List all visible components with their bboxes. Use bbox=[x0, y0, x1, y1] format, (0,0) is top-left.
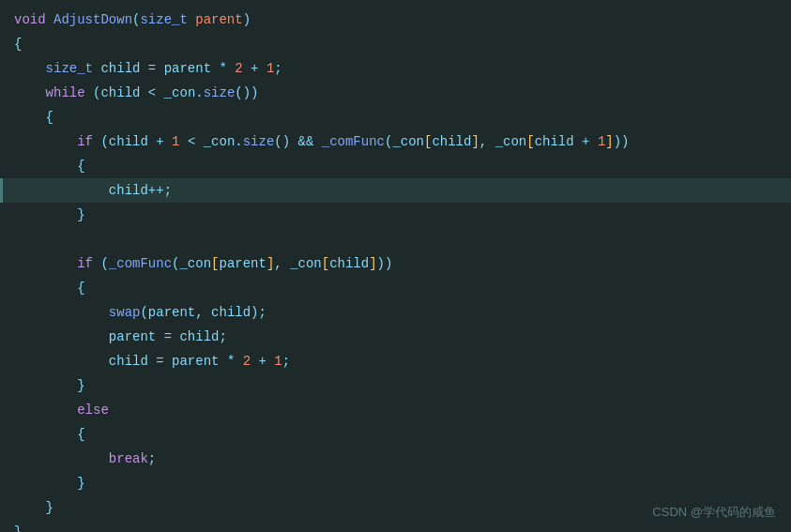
token: 1 bbox=[274, 354, 281, 369]
token bbox=[14, 403, 77, 418]
token: parent bbox=[195, 12, 242, 27]
token: = bbox=[156, 354, 172, 369]
token bbox=[14, 159, 77, 174]
token: { bbox=[46, 110, 53, 125]
code-line-20: } bbox=[0, 471, 791, 495]
token: . bbox=[195, 85, 203, 100]
token bbox=[14, 256, 77, 271]
token bbox=[14, 61, 46, 76]
token: child bbox=[100, 61, 147, 76]
code-line-11: if (_comFunc(_con[parent], _con[child])) bbox=[0, 251, 791, 276]
token: 2 bbox=[235, 61, 251, 76]
code-line-17: else bbox=[0, 398, 791, 422]
code-line-8: child++; bbox=[0, 178, 791, 203]
token: . bbox=[235, 134, 242, 149]
token: while bbox=[46, 85, 93, 100]
token: [ bbox=[526, 134, 534, 149]
code-line-18: { bbox=[0, 422, 791, 447]
token: ( bbox=[140, 305, 147, 320]
token bbox=[14, 329, 109, 344]
token bbox=[14, 281, 77, 296]
token: { bbox=[77, 159, 84, 174]
token: parent bbox=[148, 305, 195, 320]
token: _con bbox=[392, 134, 424, 149]
token: child bbox=[211, 305, 251, 320]
token: } bbox=[77, 476, 84, 491]
code-line-13: swap(parent, child); bbox=[0, 300, 791, 325]
token: size_t bbox=[46, 61, 101, 76]
token: size_t bbox=[140, 12, 195, 27]
token: } bbox=[46, 500, 53, 515]
code-line-22: } bbox=[0, 520, 791, 532]
token: ( bbox=[132, 12, 140, 27]
token bbox=[14, 305, 109, 320]
token: _con bbox=[164, 85, 196, 100]
token: _con bbox=[495, 134, 527, 149]
token: else bbox=[77, 403, 109, 418]
token: , bbox=[274, 256, 290, 271]
code-line-9: } bbox=[0, 203, 791, 227]
token: ; bbox=[219, 329, 226, 344]
code-line-10 bbox=[0, 227, 791, 251]
code-line-3: size_t child = parent * 2 + 1; bbox=[0, 56, 791, 81]
token bbox=[14, 500, 46, 515]
token: child bbox=[535, 134, 582, 149]
token: ; bbox=[274, 61, 281, 76]
token bbox=[14, 354, 109, 369]
token: void bbox=[14, 12, 53, 27]
token: parent bbox=[109, 329, 164, 344]
code-line-1: void AdjustDown(size_t parent) bbox=[0, 8, 791, 32]
code-line-15: child = parent * 2 + 1; bbox=[0, 349, 791, 373]
token: child bbox=[329, 256, 369, 271]
token: 1 bbox=[172, 134, 188, 149]
code-line-7: { bbox=[0, 154, 791, 178]
token: size bbox=[204, 85, 236, 100]
token: _con bbox=[290, 256, 322, 271]
token bbox=[14, 476, 77, 491]
token: 1 bbox=[598, 134, 605, 149]
token: 1 bbox=[266, 61, 274, 76]
code-line-19: break; bbox=[0, 447, 791, 471]
token: 2 bbox=[243, 354, 259, 369]
token: = bbox=[148, 61, 164, 76]
token: ( bbox=[100, 256, 108, 271]
token: [ bbox=[424, 134, 432, 149]
token: () bbox=[274, 134, 297, 149]
token: ()) bbox=[235, 85, 258, 100]
token: < bbox=[188, 134, 204, 149]
token: ); bbox=[251, 305, 266, 320]
token: child bbox=[100, 85, 147, 100]
token bbox=[14, 207, 77, 222]
code-line-2: { bbox=[0, 32, 791, 56]
token: ( bbox=[100, 134, 108, 149]
token: ( bbox=[93, 85, 100, 100]
token: _comFunc bbox=[109, 256, 172, 271]
token: } bbox=[14, 524, 22, 532]
token: ] bbox=[471, 134, 479, 149]
token bbox=[14, 451, 109, 466]
code-container: void AdjustDown(size_t parent) { size_t … bbox=[0, 0, 791, 532]
token: parent bbox=[172, 354, 227, 369]
token bbox=[14, 134, 77, 149]
token: break bbox=[109, 451, 148, 466]
token: child bbox=[432, 134, 471, 149]
token: , bbox=[479, 134, 495, 149]
token: { bbox=[77, 427, 84, 442]
token: { bbox=[14, 37, 22, 52]
token: _con bbox=[179, 256, 211, 271]
token: < bbox=[148, 85, 164, 100]
token: ; bbox=[164, 183, 172, 198]
token: , bbox=[195, 305, 211, 320]
token: if bbox=[77, 256, 100, 271]
token: ] bbox=[266, 256, 274, 271]
token: child bbox=[179, 329, 219, 344]
token: ) bbox=[243, 12, 251, 27]
token: AdjustDown bbox=[53, 12, 132, 27]
token: swap bbox=[109, 305, 141, 320]
watermark: CSDN @学代码的咸鱼 bbox=[652, 504, 776, 521]
token: ] bbox=[369, 256, 376, 271]
token: && bbox=[298, 134, 322, 149]
token: if bbox=[77, 134, 100, 149]
token: _con bbox=[204, 134, 236, 149]
token: child bbox=[109, 134, 156, 149]
